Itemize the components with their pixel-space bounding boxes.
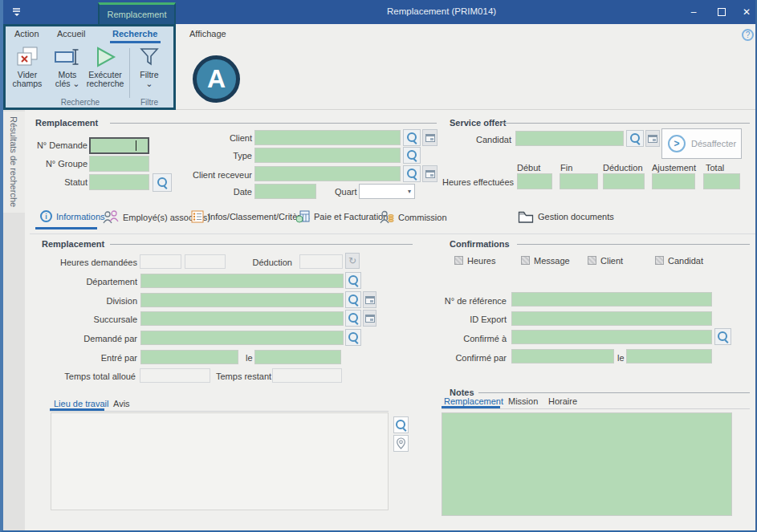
search-icon xyxy=(406,149,418,161)
heures-checkbox[interactable] xyxy=(454,256,463,265)
mots-cles-button[interactable]: Mots clés ⌄ xyxy=(48,46,87,88)
quart-dropdown[interactable]: ▾ xyxy=(359,184,415,199)
candidat-search-button[interactable] xyxy=(626,130,644,147)
temps-total-label: Temps total alloué xyxy=(55,372,136,382)
message-checkbox[interactable] xyxy=(521,256,530,265)
notes-tab-remplacement[interactable]: Remplacement xyxy=(444,396,503,406)
col-deduction-label: Déduction xyxy=(603,163,643,173)
heures-demandees-input-2[interactable] xyxy=(185,254,226,269)
vider-champs-button[interactable]: Vider champs xyxy=(10,46,45,88)
tab-commission[interactable]: Commission xyxy=(379,210,447,224)
deduction-refresh-button[interactable]: ↻ xyxy=(345,253,360,269)
demande-par-search-button[interactable] xyxy=(345,329,361,346)
no-groupe-input[interactable] xyxy=(89,156,149,172)
entre-le-input[interactable] xyxy=(254,350,341,364)
search-icon xyxy=(717,331,729,343)
quick-access-icon[interactable] xyxy=(11,6,22,21)
confirme-a-search-button[interactable] xyxy=(714,328,731,345)
desaffecter-button[interactable]: > Désaffecter xyxy=(661,128,742,159)
division-search-button[interactable] xyxy=(345,291,361,308)
search-icon xyxy=(348,331,360,343)
client-checkbox[interactable] xyxy=(588,256,596,265)
lieu-search-button[interactable] xyxy=(393,416,409,433)
close-button[interactable]: ✕ xyxy=(735,0,757,24)
statut-input[interactable] xyxy=(89,174,149,190)
tab-gestion-documents[interactable]: Gestion documents xyxy=(518,210,614,223)
id-export-input[interactable] xyxy=(511,311,712,326)
confirme-a-input[interactable] xyxy=(511,330,712,344)
type-input[interactable] xyxy=(254,148,401,163)
departement-input[interactable] xyxy=(140,274,344,288)
no-reference-input[interactable] xyxy=(511,292,712,307)
client-open-button[interactable] xyxy=(422,129,438,146)
open-record-icon xyxy=(425,170,435,178)
minimize-button[interactable]: – xyxy=(682,0,706,24)
heures-total-input[interactable] xyxy=(703,173,740,189)
notes-textarea[interactable] xyxy=(442,412,732,516)
notes-tab-horaire[interactable]: Horaire xyxy=(548,396,577,406)
heures-fin-input[interactable] xyxy=(560,173,598,189)
type-search-button[interactable] xyxy=(403,147,421,164)
client-input[interactable] xyxy=(254,130,401,145)
succursale-open-button[interactable] xyxy=(363,310,376,327)
context-tab-remplacement[interactable]: Remplacement xyxy=(98,2,176,24)
temps-total-input[interactable] xyxy=(140,368,210,383)
no-demande-label: N° Demande xyxy=(27,140,88,151)
search-icon xyxy=(406,168,418,180)
tab-infos-classement[interactable]: Infos/Classement/Critères xyxy=(191,210,310,223)
candidat-checkbox[interactable] xyxy=(655,256,664,265)
ribbon-tab-action[interactable]: Action xyxy=(14,29,39,39)
ribbon-tab-affichage[interactable]: Affichage xyxy=(189,29,226,39)
tab-avis[interactable]: Avis xyxy=(113,399,130,408)
ribbon-group-separator xyxy=(129,48,130,98)
client-receveur-search-button[interactable] xyxy=(403,165,421,182)
tab-informations[interactable]: Informations xyxy=(40,210,105,222)
succursale-input[interactable] xyxy=(140,311,344,326)
ribbon-tab-accueil[interactable]: Accueil xyxy=(57,29,85,39)
help-icon[interactable] xyxy=(742,29,754,41)
departement-search-button[interactable] xyxy=(345,272,361,289)
client-receveur-input[interactable] xyxy=(254,166,401,181)
lieu-map-button[interactable] xyxy=(393,435,409,452)
lieu-de-travail-panel[interactable] xyxy=(51,412,389,510)
tab-informations-label: Informations xyxy=(56,212,105,221)
notes-separator xyxy=(442,408,750,409)
date-input[interactable] xyxy=(254,184,316,199)
col-total-label: Total xyxy=(706,163,724,173)
candidat-open-button[interactable] xyxy=(645,130,660,147)
executer-recherche-button[interactable]: Exécuter recherche xyxy=(83,46,127,88)
confirme-par-input[interactable] xyxy=(511,349,614,363)
entre-par-input[interactable] xyxy=(140,350,238,364)
candidat-input[interactable] xyxy=(515,131,624,146)
notes-tab-mission[interactable]: Mission xyxy=(508,396,538,406)
text-caret xyxy=(136,140,136,151)
client-search-button[interactable] xyxy=(403,129,421,146)
service-section-title: Service offert xyxy=(450,118,506,128)
confirme-le-input[interactable] xyxy=(626,349,712,363)
heures-deduction-input[interactable] xyxy=(603,173,645,189)
division-input[interactable] xyxy=(140,293,344,307)
confirme-a-label: Confirmé à xyxy=(434,334,507,344)
client-receveur-open-button[interactable] xyxy=(422,165,438,182)
demande-par-input[interactable] xyxy=(140,331,344,345)
no-demande-input[interactable] xyxy=(89,137,149,154)
heures-demandees-input-1[interactable] xyxy=(140,254,181,269)
search-icon xyxy=(629,132,641,144)
temps-restant-input[interactable] xyxy=(272,368,342,383)
tab-lieu-de-travail[interactable]: Lieu de travail xyxy=(54,399,109,408)
statut-search-button[interactable] xyxy=(153,173,172,192)
division-open-button[interactable] xyxy=(363,291,376,308)
filtre-button[interactable]: Filtre ⌄ xyxy=(132,46,167,88)
tab-gestion-label: Gestion documents xyxy=(538,212,614,221)
deduction-input[interactable] xyxy=(299,254,343,269)
tab-paie-facturation[interactable]: Paie et Facturation xyxy=(295,210,388,223)
maximize-button[interactable] xyxy=(710,0,734,24)
heures-debut-input[interactable] xyxy=(517,173,552,189)
no-groupe-label: N° Groupe xyxy=(27,159,88,169)
heures-ajustement-input[interactable] xyxy=(652,173,695,189)
search-icon xyxy=(406,132,418,144)
results-sidebar[interactable]: Résultats de recherche xyxy=(3,110,25,530)
succursale-search-button[interactable] xyxy=(345,310,361,327)
entre-le-label: le xyxy=(246,353,253,363)
ribbon-tab-recherche[interactable]: Recherche xyxy=(112,29,157,39)
